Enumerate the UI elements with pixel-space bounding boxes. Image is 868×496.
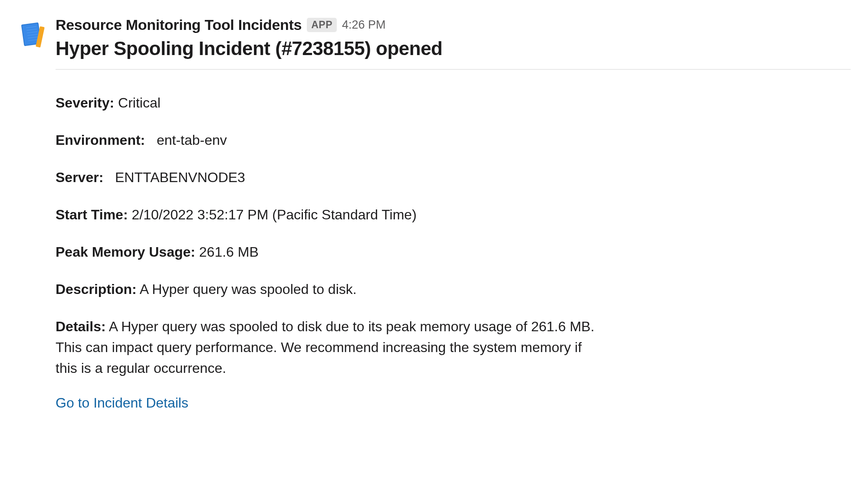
- field-peak-memory: Peak Memory Usage: 261.6 MB: [56, 241, 851, 262]
- field-severity: Severity: Critical: [56, 92, 851, 113]
- field-details-value: A Hyper query was spooled to disk due to…: [56, 319, 595, 376]
- app-badge: APP: [307, 18, 337, 32]
- field-server: Server: ENTTABENVNODE3: [56, 167, 851, 188]
- field-peak-memory-label: Peak Memory Usage:: [56, 244, 195, 260]
- app-avatar-icon: [17, 19, 48, 49]
- field-peak-memory-value: 261.6 MB: [199, 244, 259, 260]
- field-environment-label: Environment:: [56, 132, 145, 148]
- field-description-value: A Hyper query was spooled to disk.: [140, 281, 357, 297]
- field-description: Description: A Hyper query was spooled t…: [56, 279, 851, 300]
- app-name[interactable]: Resource Monitoring Tool Incidents: [56, 16, 302, 33]
- field-start-time-value: 2/10/2022 3:52:17 PM (Pacific Standard T…: [132, 207, 416, 222]
- app-avatar: [17, 19, 48, 49]
- message-timestamp[interactable]: 4:26 PM: [342, 18, 386, 32]
- field-server-label: Server:: [56, 170, 103, 185]
- field-severity-value: Critical: [118, 95, 161, 111]
- divider: [56, 69, 851, 70]
- message-content: Resource Monitoring Tool Incidents APP 4…: [56, 16, 851, 411]
- field-start-time: Start Time: 2/10/2022 3:52:17 PM (Pacifi…: [56, 204, 851, 225]
- message-header: Resource Monitoring Tool Incidents APP 4…: [56, 16, 851, 33]
- field-environment: Environment: ent-tab-env: [56, 130, 851, 150]
- field-details: Details: A Hyper query was spooled to di…: [56, 316, 602, 379]
- incident-title: Hyper Spooling Incident (#7238155) opene…: [56, 38, 851, 59]
- field-severity-label: Severity:: [56, 95, 114, 111]
- field-server-value: ENTTABENVNODE3: [115, 170, 245, 185]
- message-container: Resource Monitoring Tool Incidents APP 4…: [17, 16, 851, 411]
- field-details-label: Details:: [56, 319, 106, 334]
- incident-details-link[interactable]: Go to Incident Details: [56, 395, 188, 411]
- field-environment-value: ent-tab-env: [157, 132, 227, 148]
- field-start-time-label: Start Time:: [56, 207, 128, 222]
- field-description-label: Description:: [56, 281, 137, 297]
